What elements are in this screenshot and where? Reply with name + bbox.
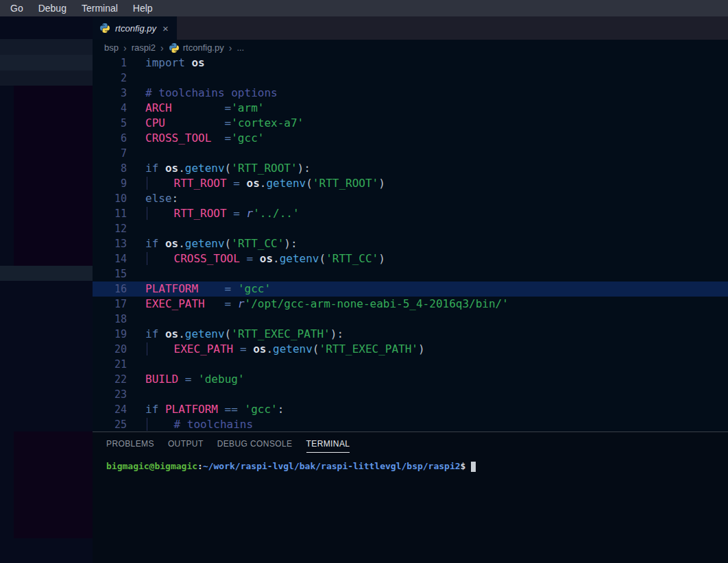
code-text: ARCH ='arm'	[127, 101, 264, 116]
code-text: if os.getenv('RTT_CC'):	[127, 236, 298, 251]
breadcrumb-label: raspi2	[132, 42, 156, 53]
line-number[interactable]: 1	[93, 55, 127, 71]
code-line[interactable]: 4ARCH ='arm'	[93, 101, 728, 116]
code-text	[127, 146, 145, 161]
code-line[interactable]: 12	[93, 221, 728, 236]
line-number[interactable]: 22	[93, 372, 127, 387]
line-number[interactable]: 2	[93, 71, 127, 86]
breadcrumb-item-rtconfig-py[interactable]: rtconfig.py	[169, 42, 224, 53]
code-text	[127, 266, 145, 282]
code-text: BUILD = 'debug'	[127, 372, 245, 387]
line-number[interactable]: 15	[93, 266, 127, 282]
menu-item-go[interactable]: Go	[3, 0, 31, 16]
breadcrumb-item--[interactable]: ...	[236, 42, 244, 53]
code-line[interactable]: 17EXEC_PATH = r'/opt/gcc-arm-none-eabi-5…	[93, 297, 728, 312]
code-text: # toolchains options	[127, 86, 278, 101]
code-line[interactable]: 6CROSS_TOOL ='gcc'	[93, 131, 728, 146]
chevron-right-icon: ›	[123, 42, 127, 53]
line-number[interactable]: 25	[93, 417, 127, 431]
code-line[interactable]: 10else:	[93, 191, 728, 206]
code-text: if os.getenv('RTT_ROOT'):	[127, 161, 311, 176]
line-number[interactable]: 4	[93, 101, 127, 116]
breadcrumb-label: ...	[236, 42, 244, 53]
code-text: RTT_ROOT = os.getenv('RTT_ROOT')	[127, 176, 385, 191]
menu-item-terminal[interactable]: Terminal	[74, 0, 125, 16]
chevron-right-icon: ›	[160, 42, 164, 53]
line-number[interactable]: 17	[93, 297, 127, 312]
code-line[interactable]: 8if os.getenv('RTT_ROOT'):	[93, 161, 728, 176]
code-line[interactable]: 21	[93, 357, 728, 372]
code-line[interactable]: 14 CROSS_TOOL = os.getenv('RTT_CC')	[93, 251, 728, 266]
terminal-cursor	[471, 462, 476, 472]
sidebar-block	[0, 55, 93, 71]
terminal[interactable]: bigmagic@bigmagic:~/work/raspi-lvgl/bak/…	[106, 461, 728, 472]
breadcrumb-item-raspi2[interactable]: raspi2	[132, 42, 156, 53]
line-number[interactable]: 21	[93, 357, 127, 372]
line-number[interactable]: 19	[93, 327, 127, 342]
panel-tab-problems[interactable]: PROBLEMS	[106, 432, 154, 453]
terminal-prompt-path: ~/work/raspi-lvgl/bak/raspi-littlevgl/bs…	[203, 461, 461, 472]
code-text: PLATFORM = 'gcc'	[127, 282, 271, 297]
code-text	[127, 357, 145, 372]
code-line[interactable]: 7	[93, 146, 728, 161]
code-text: if PLATFORM == 'gcc':	[127, 402, 284, 417]
code-line[interactable]: 18	[93, 312, 728, 327]
line-number[interactable]: 5	[93, 116, 127, 131]
line-number[interactable]: 8	[93, 161, 127, 176]
code-line[interactable]: 23	[93, 387, 728, 402]
code-line[interactable]: 20 EXEC_PATH = os.getenv('RTT_EXEC_PATH'…	[93, 342, 728, 357]
code-line[interactable]: 25 # toolchains	[93, 417, 728, 431]
line-number[interactable]: 7	[93, 146, 127, 161]
breadcrumb-label: rtconfig.py	[183, 42, 224, 53]
code-text: EXEC_PATH = os.getenv('RTT_EXEC_PATH')	[127, 342, 425, 357]
line-number[interactable]: 3	[93, 86, 127, 101]
line-number[interactable]: 6	[93, 131, 127, 146]
code-line[interactable]: 9 RTT_ROOT = os.getenv('RTT_ROOT')	[93, 176, 728, 191]
code-text: EXEC_PATH = r'/opt/gcc-arm-none-eabi-5_4…	[127, 297, 509, 312]
breadcrumb-label: bsp	[104, 42, 119, 53]
code-line[interactable]: 24if PLATFORM == 'gcc':	[93, 402, 728, 417]
code-text: import os	[127, 55, 205, 71]
code-line[interactable]: 22BUILD = 'debug'	[93, 372, 728, 387]
code-line[interactable]: 16PLATFORM = 'gcc'	[93, 282, 728, 297]
code-line[interactable]: 19if os.getenv('RTT_EXEC_PATH'):	[93, 327, 728, 342]
line-number[interactable]: 10	[93, 191, 127, 206]
line-number[interactable]: 24	[93, 402, 127, 417]
bottom-panel: PROBLEMSOUTPUTDEBUG CONSOLETERMINAL bigm…	[93, 431, 728, 563]
menu-item-help[interactable]: Help	[125, 0, 160, 16]
line-number[interactable]: 23	[93, 387, 127, 402]
line-number[interactable]: 14	[93, 251, 127, 266]
line-number[interactable]: 11	[93, 206, 127, 221]
python-icon	[169, 42, 180, 53]
code-text	[127, 71, 145, 86]
line-number[interactable]: 20	[93, 342, 127, 357]
breadcrumb: bsp›raspi2›rtconfig.py›...	[93, 40, 728, 55]
chevron-right-icon: ›	[229, 42, 232, 53]
code-text: CROSS_TOOL ='gcc'	[127, 131, 264, 146]
code-line[interactable]: 11 RTT_ROOT = r'../..'	[93, 206, 728, 221]
code-text: CROSS_TOOL = os.getenv('RTT_CC')	[127, 251, 385, 266]
code-line[interactable]: 15	[93, 266, 728, 282]
line-number[interactable]: 9	[93, 176, 127, 191]
breadcrumb-item-bsp[interactable]: bsp	[104, 42, 119, 53]
code-text: CPU ='cortex-a7'	[127, 116, 304, 131]
panel-tab-terminal[interactable]: TERMINAL	[306, 432, 350, 453]
code-text: RTT_ROOT = r'../..'	[127, 206, 300, 221]
code-editor[interactable]: 1import os23# toolchains options4ARCH ='…	[93, 55, 728, 431]
menu-item-debug[interactable]: Debug	[31, 0, 74, 16]
code-line[interactable]: 1import os	[93, 55, 728, 71]
line-number[interactable]: 13	[93, 236, 127, 251]
code-line[interactable]: 13if os.getenv('RTT_CC'):	[93, 236, 728, 251]
code-line[interactable]: 3# toolchains options	[93, 86, 728, 101]
panel-tab-output[interactable]: OUTPUT	[168, 432, 204, 453]
line-number[interactable]: 18	[93, 312, 127, 327]
menu-bar: GoDebugTerminalHelp	[0, 0, 728, 16]
close-icon[interactable]: ×	[162, 23, 169, 34]
line-number[interactable]: 16	[93, 282, 127, 297]
tab-rtconfig-py[interactable]: rtconfig.py ×	[93, 16, 177, 40]
vscode-window: GoDebugTerminalHelp rtconfig.py × bsp›ra…	[0, 0, 728, 563]
code-line[interactable]: 5CPU ='cortex-a7'	[93, 116, 728, 131]
panel-tab-debug-console[interactable]: DEBUG CONSOLE	[217, 432, 293, 453]
line-number[interactable]: 12	[93, 221, 127, 236]
code-line[interactable]: 2	[93, 71, 728, 86]
